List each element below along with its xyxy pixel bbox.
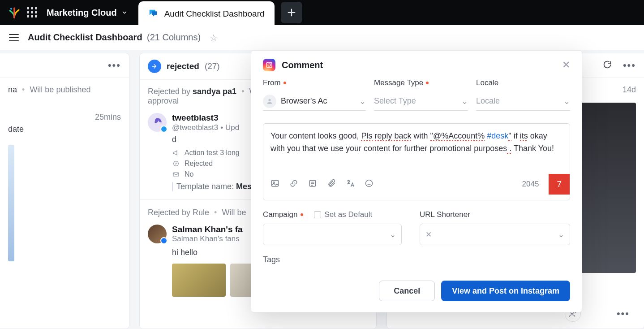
card-status-line: na • Will be published <box>8 85 121 95</box>
note-icon[interactable] <box>308 179 317 190</box>
translate-icon[interactable] <box>346 179 355 190</box>
cancel-button[interactable]: Cancel <box>379 281 435 301</box>
message-editor[interactable]: Your content looks good, Pls reply back … <box>263 123 570 200</box>
svg-rect-8 <box>272 180 279 186</box>
facebook-badge-icon <box>160 237 167 244</box>
url-shortener-select[interactable]: ✕ ⌄ <box>420 224 570 245</box>
comment-modal: Comment ✕ From Message Type Locale Brows… <box>251 50 582 312</box>
url-shortener-label: URL Shortener <box>420 210 570 219</box>
from-label: From <box>263 78 366 87</box>
chat-icon <box>148 8 158 20</box>
clear-icon[interactable]: ✕ <box>425 230 432 239</box>
message-type-select[interactable]: Select Type ⌄ <box>374 92 468 111</box>
thumbnail[interactable] <box>172 264 226 297</box>
card-time: 25mins <box>8 113 121 122</box>
from-value: Browser's Ac <box>281 96 327 106</box>
instagram-icon <box>263 59 275 71</box>
template-label: Template name: <box>176 182 234 191</box>
card-more-icon[interactable]: ••• <box>617 308 630 320</box>
submit-button[interactable]: View and Post on Instagram <box>441 281 570 301</box>
char-error-count: 7 <box>549 174 570 195</box>
menu-icon[interactable] <box>9 34 19 41</box>
product-name: Marketing Cloud <box>47 8 117 18</box>
column-name: rejected <box>167 61 199 71</box>
add-tab-button[interactable] <box>281 2 302 23</box>
chevron-down-icon <box>121 9 128 16</box>
svg-rect-4 <box>266 62 272 68</box>
message-type-label: Message Type <box>374 78 468 87</box>
chevron-down-icon: ⌄ <box>558 230 564 239</box>
product-switcher[interactable]: Marketing Cloud <box>47 8 128 18</box>
locale-label: Locale <box>476 78 570 87</box>
page-header: Audit Checklist Dashboard (21 Columns) ☆ <box>0 25 644 50</box>
modal-footer: Cancel View and Post on Instagram <box>251 273 582 312</box>
twitter-badge-icon <box>160 126 167 133</box>
column-left-partial: ••• na • Will be published 25mins date <box>0 53 129 329</box>
status-icon <box>172 160 180 168</box>
column-more-icon[interactable]: ••• <box>108 60 121 71</box>
top-bar: Marketing Cloud Audit Checklist Dashboar… <box>0 0 644 25</box>
svg-point-7 <box>268 99 270 101</box>
avatar-icon <box>263 95 276 108</box>
chevron-down-icon: ⌄ <box>461 96 468 106</box>
image-fragment <box>8 145 14 261</box>
chevron-down-icon: ⌄ <box>359 96 366 106</box>
editor-toolbar: 2045 7 <box>270 169 562 200</box>
chevron-down-icon: ⌄ <box>563 96 570 106</box>
author-avatar <box>148 113 167 132</box>
mail-icon <box>172 170 180 178</box>
tags-label: Tags <box>263 255 570 264</box>
status-fragment: na <box>8 85 17 94</box>
status-note: Will be published <box>30 85 90 94</box>
template-value: Mes <box>236 182 252 191</box>
close-icon[interactable]: ✕ <box>562 59 570 71</box>
page-title: Audit Checklist Dashboard <box>28 32 142 42</box>
attach-icon[interactable] <box>327 179 336 190</box>
link-icon[interactable] <box>289 179 298 190</box>
refresh-icon[interactable] <box>602 60 612 71</box>
rejected-by-user: sandya pa1 <box>193 87 236 96</box>
column-more-icon[interactable]: ••• <box>623 60 636 71</box>
column-icon <box>148 60 161 73</box>
emoji-icon[interactable] <box>365 179 374 190</box>
locale-select[interactable]: Locale ⌄ <box>476 92 570 111</box>
svg-point-11 <box>366 180 373 187</box>
app-launcher-icon[interactable] <box>27 7 38 18</box>
column-count: (27) <box>205 61 220 71</box>
brand-logo-icon <box>8 6 21 19</box>
set-default-checkbox[interactable]: Set as Default <box>314 210 373 219</box>
char-count: 2045 <box>522 180 539 189</box>
chevron-down-icon: ⌄ <box>390 230 396 239</box>
page-title-wrap: Audit Checklist Dashboard (21 Columns) <box>28 32 201 43</box>
active-tab[interactable]: Audit Checklist Dashboard <box>138 1 275 26</box>
editor-content[interactable]: Your content looks good, Pls reply back … <box>270 130 562 169</box>
svg-rect-2 <box>173 173 179 176</box>
megaphone-icon <box>172 149 180 157</box>
svg-point-5 <box>268 64 270 66</box>
svg-point-0 <box>10 8 12 10</box>
svg-point-6 <box>270 63 271 64</box>
page-subtitle: (21 Columns) <box>147 32 201 42</box>
checkbox-icon <box>314 211 321 218</box>
plus-icon <box>287 8 296 17</box>
author-handle: @tweetblast3 <box>172 123 218 132</box>
campaign-select[interactable]: ⌄ <box>263 224 402 245</box>
modal-title: Comment <box>282 60 323 70</box>
column-header: ••• <box>0 53 129 78</box>
from-select[interactable]: Browser's Ac ⌄ <box>263 92 366 111</box>
image-icon[interactable] <box>270 179 279 190</box>
active-tab-title: Audit Checklist Dashboard <box>164 9 265 19</box>
author-avatar <box>148 225 167 243</box>
card-fragment: date <box>8 125 121 134</box>
favorite-star-icon[interactable]: ☆ <box>210 32 218 43</box>
campaign-label: Campaign <box>263 210 303 219</box>
